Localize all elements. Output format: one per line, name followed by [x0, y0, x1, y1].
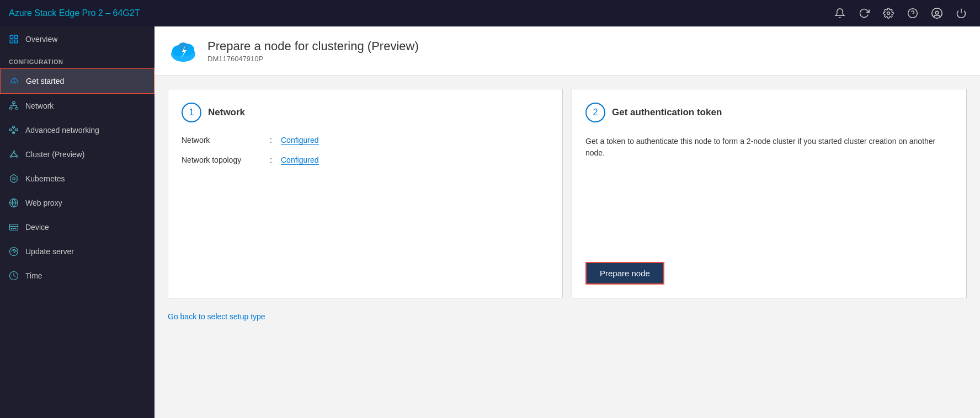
sidebar-item-advanced-networking[interactable]: Advanced networking — [0, 118, 155, 142]
header-icons — [830, 3, 971, 23]
card2-header: 2 Get authentication token — [585, 103, 953, 122]
network-row2-value: Configured — [281, 156, 319, 164]
power-icon-btn[interactable] — [951, 3, 971, 23]
svg-rect-19 — [15, 129, 18, 131]
network-topology-configured-link[interactable]: Configured — [281, 156, 319, 165]
cluster-icon — [9, 149, 19, 159]
svg-point-26 — [16, 156, 18, 157]
sidebar-item-device[interactable]: Device — [0, 215, 155, 239]
network-row1-value: Configured — [281, 136, 319, 144]
svg-point-36 — [12, 228, 13, 229]
network-icon — [9, 101, 19, 111]
svg-point-24 — [13, 151, 15, 152]
card1-title: Network — [208, 107, 245, 118]
web-proxy-icon — [9, 198, 19, 208]
help-icon-btn[interactable] — [903, 3, 923, 23]
svg-rect-6 — [15, 35, 18, 38]
bell-icon — [834, 8, 845, 19]
page-header: Prepare a node for clustering (Preview) … — [155, 26, 980, 76]
page-header-icon — [168, 35, 199, 66]
advanced-networking-icon — [9, 125, 19, 135]
network-row2-label: Network topology — [182, 156, 270, 164]
prepare-node-button[interactable]: Prepare node — [585, 262, 664, 285]
auth-description: Get a token to authenticate this node to… — [585, 136, 953, 159]
device-icon — [9, 222, 19, 232]
refresh-icon-btn[interactable] — [854, 3, 874, 23]
svg-rect-11 — [15, 108, 18, 109]
sidebar-item-update-server[interactable]: Update server — [0, 239, 155, 264]
content-area: Prepare a node for clustering (Preview) … — [155, 26, 980, 418]
svg-rect-10 — [10, 108, 13, 109]
header-bar: Azure Stack Edge Pro 2 – 64G2T — [0, 0, 980, 26]
power-icon — [956, 8, 967, 19]
page-subtitle: DM1176047910P — [207, 55, 419, 63]
bell-icon-btn[interactable] — [830, 3, 850, 23]
sidebar-section-label: CONFIGURATION — [0, 52, 155, 68]
sidebar-item-get-started[interactable]: Get started — [0, 68, 155, 94]
network-row1-label: Network — [182, 136, 270, 144]
device-label: Device — [25, 223, 49, 232]
svg-line-27 — [11, 152, 14, 156]
main-layout: Overview CONFIGURATION Get started — [0, 26, 980, 418]
get-started-label: Get started — [26, 77, 64, 85]
time-label: Time — [25, 271, 42, 280]
network-row-1: Network : Configured — [182, 136, 549, 144]
svg-point-25 — [10, 156, 12, 157]
card1-number: 1 — [182, 103, 201, 122]
sidebar-item-cluster[interactable]: Cluster (Preview) — [0, 142, 155, 167]
svg-rect-9 — [13, 102, 15, 104]
app-title: Azure Stack Edge Pro 2 – 64G2T — [9, 8, 830, 18]
sidebar-item-web-proxy[interactable]: Web proxy — [0, 191, 155, 215]
help-icon — [907, 8, 918, 19]
svg-rect-17 — [13, 126, 15, 128]
svg-point-1 — [908, 9, 918, 18]
svg-point-31 — [13, 178, 15, 180]
overview-icon — [9, 34, 19, 44]
cloud-bolt-icon — [168, 35, 199, 66]
auth-token-card: 2 Get authentication token Get a token t… — [572, 89, 967, 298]
network-label: Network — [25, 101, 54, 110]
sidebar-item-network[interactable]: Network — [0, 94, 155, 118]
settings-icon — [883, 8, 894, 19]
card2-title: Get authentication token — [612, 107, 722, 118]
svg-marker-30 — [10, 175, 17, 183]
kubernetes-icon — [9, 174, 19, 184]
svg-rect-7 — [15, 40, 18, 43]
svg-point-0 — [887, 12, 890, 15]
network-row1-colon: : — [270, 136, 281, 144]
settings-icon-btn[interactable] — [878, 3, 898, 23]
update-server-label: Update server — [25, 247, 74, 256]
card1-header: 1 Network — [182, 103, 549, 122]
sidebar-item-kubernetes[interactable]: Kubernetes — [0, 167, 155, 191]
sidebar-item-overview[interactable]: Overview — [0, 26, 155, 52]
svg-rect-34 — [10, 224, 18, 231]
card2-number: 2 — [585, 103, 605, 122]
user-icon-btn[interactable] — [927, 3, 947, 23]
svg-point-3 — [932, 8, 942, 18]
svg-rect-16 — [10, 129, 12, 131]
content-body: 1 Network Network : Configured Network t… — [155, 76, 980, 418]
go-back-link[interactable]: Go back to select setup type — [168, 312, 265, 321]
web-proxy-label: Web proxy — [25, 199, 62, 207]
page-title: Prepare a node for clustering (Preview) — [207, 39, 419, 53]
network-configured-link[interactable]: Configured — [281, 136, 319, 145]
user-icon — [931, 7, 943, 19]
svg-line-28 — [14, 152, 17, 156]
kubernetes-label: Kubernetes — [25, 174, 65, 183]
advanced-networking-label: Advanced networking — [25, 126, 99, 135]
network-card: 1 Network Network : Configured Network t… — [168, 89, 563, 298]
svg-rect-8 — [10, 40, 13, 43]
network-row2-colon: : — [270, 156, 281, 164]
time-icon — [9, 271, 19, 281]
refresh-icon — [859, 8, 870, 19]
overview-label: Overview — [25, 35, 57, 44]
cluster-label: Cluster (Preview) — [25, 150, 84, 159]
page-header-text: Prepare a node for clustering (Preview) … — [207, 39, 419, 63]
svg-rect-5 — [10, 35, 13, 38]
cards-row: 1 Network Network : Configured Network t… — [168, 89, 967, 298]
update-server-icon — [9, 246, 19, 256]
sidebar: Overview CONFIGURATION Get started — [0, 26, 155, 418]
network-row-2: Network topology : Configured — [182, 156, 549, 164]
sidebar-item-time[interactable]: Time — [0, 264, 155, 288]
get-started-icon — [9, 76, 19, 86]
